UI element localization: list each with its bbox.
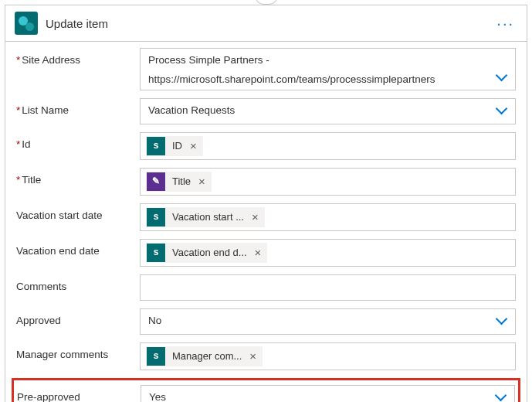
chevron-down-icon[interactable] [496, 106, 507, 117]
chevron-down-icon[interactable] [496, 316, 507, 327]
sharepoint-token-icon: s [147, 208, 165, 227]
input-manager-comments[interactable]: s Manager com... × [140, 342, 516, 370]
token-title[interactable]: ✎ Title × [146, 172, 212, 192]
token-vacation-start[interactable]: s Vacation start ... × [146, 207, 265, 227]
row-approved: Approved No [16, 308, 516, 335]
row-vacation-start: Vacation start date s Vacation start ...… [16, 203, 516, 231]
label-title: *Title [16, 168, 140, 186]
input-id[interactable]: s ID × [140, 132, 516, 160]
row-comments: Comments [16, 274, 516, 301]
list-name-value: Vacation Requests [145, 104, 235, 118]
sharepoint-app-icon [15, 12, 38, 35]
label-id: *Id [16, 132, 140, 150]
card-notch [256, 0, 277, 5]
row-title: *Title ✎ Title × [16, 168, 516, 196]
token-vacation-start-label: Vacation start ... [166, 210, 250, 224]
dynamic-content-icon: ✎ [147, 172, 165, 191]
row-list-name: *List Name Vacation Requests [16, 98, 516, 124]
label-manager-comments: Manager comments [16, 342, 140, 360]
label-comments: Comments [16, 274, 140, 292]
pre-approved-value: Yes [146, 390, 166, 402]
label-vacation-start: Vacation start date [16, 203, 140, 221]
token-vacation-end[interactable]: s Vacation end d... × [146, 243, 267, 263]
input-list-name[interactable]: Vacation Requests [140, 98, 516, 124]
card-menu-button[interactable]: ··· [496, 15, 514, 31]
label-approved: Approved [16, 308, 140, 326]
row-vacation-end: Vacation end date s Vacation end d... × [16, 239, 516, 267]
input-title[interactable]: ✎ Title × [140, 168, 516, 196]
sharepoint-token-icon: s [147, 137, 165, 155]
action-card: Update item ··· *Site Address Process Si… [5, 5, 527, 402]
token-remove-icon[interactable]: × [253, 244, 268, 261]
input-site-address[interactable]: Process Simple Partners - https://micros… [140, 48, 516, 90]
token-remove-icon[interactable]: × [248, 348, 263, 364]
token-title-label: Title [166, 175, 197, 189]
token-id[interactable]: s ID × [146, 136, 203, 156]
input-comments[interactable] [140, 274, 516, 301]
token-manager-comments[interactable]: s Manager com... × [146, 346, 263, 366]
token-vacation-end-label: Vacation end d... [166, 246, 253, 260]
token-remove-icon[interactable]: × [197, 173, 212, 189]
card-header[interactable]: Update item ··· [5, 5, 527, 42]
label-site-address: *Site Address [16, 48, 140, 66]
label-vacation-end: Vacation end date [16, 239, 140, 257]
token-remove-icon[interactable]: × [250, 209, 265, 225]
row-site-address: *Site Address Process Simple Partners - … [16, 48, 516, 90]
label-list-name: *List Name [16, 98, 140, 116]
input-vacation-start[interactable]: s Vacation start ... × [140, 203, 516, 231]
chevron-down-icon[interactable] [496, 393, 507, 402]
input-pre-approved[interactable]: Yes [141, 385, 515, 402]
card-body: *Site Address Process Simple Partners - … [5, 42, 527, 402]
sharepoint-token-icon: s [147, 244, 165, 262]
token-remove-icon[interactable]: × [188, 138, 203, 154]
highlight-pre-approved: Pre-approved Yes [12, 378, 520, 402]
input-vacation-end[interactable]: s Vacation end d... × [140, 239, 516, 267]
site-address-value-line2: https://microsoft.sharepoint.com/teams/p… [148, 73, 435, 87]
card-title: Update item [46, 17, 108, 30]
input-approved[interactable]: No [140, 308, 516, 335]
token-manager-comments-label: Manager com... [166, 349, 248, 363]
approved-value: No [145, 314, 161, 329]
label-pre-approved: Pre-approved [17, 385, 141, 402]
row-manager-comments: Manager comments s Manager com... × [16, 342, 516, 370]
chevron-down-icon[interactable] [496, 73, 507, 83]
site-address-value-line1: Process Simple Partners - [148, 53, 435, 68]
sharepoint-token-icon: s [147, 347, 165, 366]
token-id-label: ID [166, 139, 188, 153]
row-id: *Id s ID × [16, 132, 516, 160]
row-pre-approved: Pre-approved Yes [17, 385, 515, 402]
